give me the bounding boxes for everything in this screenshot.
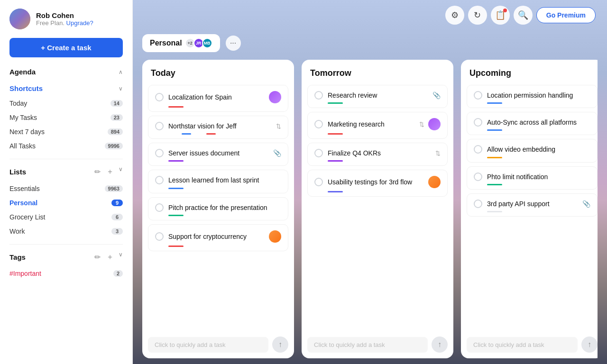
task-card-right: 📎 bbox=[273, 149, 281, 157]
shortcuts-title: Shortcuts bbox=[9, 84, 43, 92]
task-card-3[interactable]: Server issues document 📎 bbox=[148, 143, 288, 166]
settings-button[interactable]: ⚙ bbox=[445, 6, 464, 25]
task-color-bar bbox=[328, 102, 343, 104]
task-color-bar bbox=[168, 106, 184, 108]
task-card-1[interactable]: Localization for Spain bbox=[148, 85, 288, 112]
tags-edit-button[interactable]: ✏ bbox=[93, 251, 101, 263]
sidebar-item-grocery-list[interactable]: Grocery List 6 bbox=[9, 210, 123, 224]
lists-section: Lists ✏ ＋ ∨ Essentials 9963 Personal 9 G… bbox=[0, 163, 132, 240]
task-card-4[interactable]: Lesson learned from last sprint bbox=[148, 170, 288, 193]
task-card-top: Lesson learned from last sprint bbox=[155, 176, 281, 184]
task-title: Northstar vision for Jeff bbox=[168, 122, 237, 130]
board-tab-avatars: +2 JR MB bbox=[187, 38, 212, 48]
tags-add-button[interactable]: ＋ bbox=[105, 251, 115, 263]
sidebar-item-essentials[interactable]: Essentials 9963 bbox=[9, 182, 123, 196]
task-color-bar bbox=[487, 157, 502, 158]
task-title: Finalize Q4 OKRs bbox=[328, 149, 381, 157]
task-title: Marketing research bbox=[328, 120, 385, 128]
task-checkbox[interactable] bbox=[474, 173, 482, 181]
task-card-top: Research review 📎 bbox=[314, 91, 441, 100]
quick-add-input-tomorrow[interactable] bbox=[307, 337, 428, 353]
notifications-button[interactable]: 📋 bbox=[491, 6, 510, 25]
task-card-2[interactable]: Northstar vision for Jeff ⇅ bbox=[148, 116, 288, 139]
refresh-button[interactable]: ↻ bbox=[468, 6, 487, 25]
task-checkbox[interactable] bbox=[155, 176, 164, 184]
task-color-bar bbox=[168, 246, 184, 247]
agenda-header[interactable]: Agenda ∧ bbox=[9, 68, 123, 76]
task-card-top: Northstar vision for Jeff ⇅ bbox=[155, 122, 281, 130]
create-task-button[interactable]: + Create a task bbox=[9, 38, 123, 57]
sidebar-item-next-7-days[interactable]: Next 7 days 894 bbox=[9, 125, 123, 139]
tags-title: Tags bbox=[9, 253, 26, 261]
task-card-11[interactable]: Location permission handling bbox=[467, 85, 598, 108]
task-checkbox[interactable] bbox=[155, 149, 164, 157]
task-card-10[interactable]: Usability testings for 3rd flow bbox=[307, 170, 448, 197]
board-tab-label: Personal bbox=[150, 39, 182, 47]
lists-header[interactable]: Lists ✏ ＋ ∨ bbox=[9, 166, 123, 178]
lists-add-button[interactable]: ＋ bbox=[105, 166, 115, 178]
avatar bbox=[9, 9, 30, 29]
quick-add-input-upcoming[interactable] bbox=[467, 337, 578, 353]
tags-section: Tags ✏ ＋ ∨ #Important 2 bbox=[0, 248, 132, 282]
task-card-12[interactable]: Auto-Sync across all platforms bbox=[467, 112, 598, 135]
sidebar-item-personal[interactable]: Personal 9 bbox=[9, 196, 123, 210]
sidebar-item-all-tasks[interactable]: All Tasks 9996 bbox=[9, 139, 123, 153]
quick-add-input-today[interactable] bbox=[148, 337, 268, 353]
upgrade-link[interactable]: Upgrade? bbox=[66, 19, 93, 27]
task-checkbox[interactable] bbox=[314, 91, 323, 100]
task-title: Pitch practice for the presentation bbox=[168, 203, 267, 212]
board-more-button[interactable]: ··· bbox=[226, 36, 241, 51]
task-checkbox[interactable] bbox=[155, 122, 164, 130]
lists-nav: Essentials 9963 Personal 9 Grocery List … bbox=[9, 182, 123, 238]
task-card-6[interactable]: Support for cryptocurrency bbox=[148, 224, 288, 251]
task-checkbox[interactable] bbox=[474, 200, 482, 208]
task-card-7[interactable]: Research review 📎 bbox=[307, 85, 448, 108]
task-checkbox[interactable] bbox=[314, 120, 323, 128]
main-content: ⚙ ↻ 📋 🔍 Go Premium Personal +2 JR MB ···… bbox=[133, 0, 607, 364]
column-footer-upcoming: ↑ bbox=[461, 332, 598, 358]
send-button-tomorrow[interactable]: ↑ bbox=[432, 337, 448, 353]
task-checkbox[interactable] bbox=[155, 232, 164, 241]
sidebar-tag-#Important[interactable]: #Important 2 bbox=[9, 267, 123, 280]
user-info: Rob Cohen Free Plan. Upgrade? bbox=[36, 11, 93, 27]
divider-1 bbox=[9, 159, 123, 159]
task-card-left: Localization for Spain bbox=[155, 93, 269, 101]
task-card-5[interactable]: Pitch practice for the presentation bbox=[148, 197, 288, 220]
shortcuts-header[interactable]: Shortcuts ∨ bbox=[9, 84, 123, 92]
task-card-13[interactable]: Allow video embedding bbox=[467, 139, 598, 162]
task-title: Phto limit notification bbox=[487, 173, 548, 181]
task-checkbox[interactable] bbox=[474, 118, 482, 127]
sidebar-item-my-tasks[interactable]: My Tasks 23 bbox=[9, 110, 123, 125]
search-button[interactable]: 🔍 bbox=[514, 6, 533, 25]
lists-edit-button[interactable]: ✏ bbox=[93, 166, 101, 178]
task-card-right: 📎 bbox=[582, 200, 590, 208]
column-body-upcoming: Location permission handling Auto-Sync a… bbox=[461, 83, 598, 332]
task-card-left: Allow video embedding bbox=[474, 145, 590, 154]
task-checkbox[interactable] bbox=[155, 93, 164, 101]
task-card-9[interactable]: Finalize Q4 OKRs ⇅ bbox=[307, 143, 448, 166]
board-tab[interactable]: Personal +2 JR MB bbox=[142, 34, 220, 52]
shortcuts-nav: Today 14 My Tasks 23 Next 7 days 894 All… bbox=[9, 96, 123, 153]
task-card-8[interactable]: Marketing research ⇅ bbox=[307, 112, 448, 139]
tags-chevron: ∨ bbox=[119, 251, 123, 263]
go-premium-button[interactable]: Go Premium bbox=[536, 7, 596, 23]
column-tomorrow: Tomorrow Research review 📎 Marketing res… bbox=[302, 60, 453, 358]
task-checkbox[interactable] bbox=[155, 203, 164, 212]
task-card-top: Phto limit notification bbox=[474, 173, 590, 181]
tags-nav: #Important 2 bbox=[9, 267, 123, 280]
task-card-left: Server issues document bbox=[155, 149, 273, 157]
send-button-today[interactable]: ↑ bbox=[272, 337, 288, 353]
sidebar-item-work[interactable]: Work 3 bbox=[9, 224, 123, 238]
task-card-left: 3rd party API support bbox=[474, 200, 582, 208]
sidebar-header: Rob Cohen Free Plan. Upgrade? bbox=[0, 0, 132, 36]
task-card-14[interactable]: Phto limit notification bbox=[467, 166, 598, 190]
task-checkbox[interactable] bbox=[474, 145, 482, 154]
task-card-top: Finalize Q4 OKRs ⇅ bbox=[314, 149, 441, 157]
task-checkbox[interactable] bbox=[474, 91, 482, 100]
task-checkbox[interactable] bbox=[314, 149, 323, 157]
tags-header[interactable]: Tags ✏ ＋ ∨ bbox=[9, 251, 123, 263]
task-checkbox[interactable] bbox=[314, 178, 323, 186]
sidebar-item-today[interactable]: Today 14 bbox=[9, 96, 123, 110]
task-card-15[interactable]: 3rd party API support 📎 bbox=[467, 193, 598, 217]
send-button-upcoming[interactable]: ↑ bbox=[581, 337, 598, 353]
